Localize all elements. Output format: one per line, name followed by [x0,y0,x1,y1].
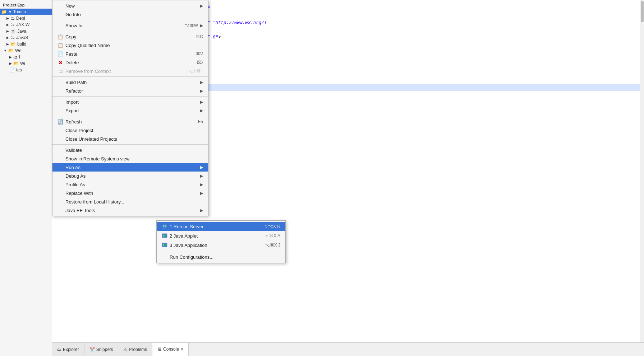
java-app-icon: J [162,242,167,248]
menu-import-label: Import [65,99,79,105]
sidebar-item-depl[interactable]: ▶ 🗂 Depl [0,15,52,22]
console-icon: 🖥 [157,347,162,352]
submenu-run-configs-label: Run Configurations... [170,254,213,260]
menu-item-export[interactable]: Export ▶ [52,106,208,115]
snippets-icon: ✂️ [89,347,95,352]
submenu-arrow-replace: ▶ [200,191,203,196]
project-explorer-sidebar: Project Exp 📁 ▼ Tomca ▶ 🗂 Depl ▶ 🗂 JAX-W… [0,0,52,356]
submenu-arrow-import: ▶ [200,100,203,104]
menu-new-label: New [65,3,75,9]
console-close-icon[interactable]: ✕ [180,347,183,351]
separator-5 [52,116,208,116]
menu-item-copy[interactable]: 📋 Copy ⌘C [52,32,208,41]
expand-arrow: ▶ [9,55,12,59]
menu-item-build-path[interactable]: Build Path ▶ [52,78,208,86]
menu-item-refactor[interactable]: Refactor ▶ [52,86,208,95]
menu-item-show-in[interactable]: Show In ⌥⌘W ▶ [52,21,208,30]
sidebar-item-label: Java [17,29,26,34]
svg-text:J: J [162,244,164,247]
editor-scrollbar[interactable] [640,0,644,342]
expand-arrow: ▶ [6,23,9,27]
tab-console[interactable]: 🖥 Console ✕ [152,343,189,356]
context-menu: New ▶ Go Into Show In ⌥⌘W ▶ 📋 Copy ⌘C � [52,0,208,216]
menu-copy-label: Copy [65,34,76,39]
menu-item-remove-context[interactable]: 🗂 Remove from Context ⌥⇧⌘↓ [52,67,208,75]
submenu-run-server-shortcut: ⇧⌥X R [257,224,280,229]
menu-java-ee-label: Java EE Tools [65,208,95,213]
menu-item-run-as[interactable]: Run As ▶ [52,163,208,172]
separator-3 [52,76,208,77]
menu-show-in-shortcut: ⌥⌘W [178,23,198,28]
menu-item-replace-with[interactable]: Replace With ▶ [52,189,208,197]
sidebar-item-label: l [19,55,20,60]
menu-item-close-project[interactable]: Close Project [52,126,208,135]
menu-item-go-into[interactable]: Go Into [52,10,208,19]
wi-icon: 📂 [13,61,19,66]
menu-item-import[interactable]: Import ▶ [52,98,208,106]
menu-item-show-remote[interactable]: Show in Remote Systems view [52,154,208,163]
submenu-item-run-server[interactable]: 1 Run on Server ⇧⌥X R [157,222,285,231]
menu-item-delete[interactable]: ✖ Delete ⌦ [52,58,208,67]
sidebar-item-l[interactable]: ▶ 🗂 l [0,54,52,60]
tab-problems[interactable]: ⚠ Problems [118,343,152,356]
expand-arrow: ▶ [6,42,9,46]
javas-icon: 🗂 [10,35,15,40]
menu-delete-label: Delete [65,60,79,65]
menu-debug-as-label: Debug As [65,173,86,179]
tab-explorer[interactable]: 🗂 Explorer [52,343,84,356]
menu-refresh-label: Refresh [65,119,82,125]
menu-item-java-ee[interactable]: Java EE Tools ▶ [52,206,208,215]
menu-paste-label: Paste [65,51,77,57]
l-icon: 🗂 [13,55,18,60]
svg-rect-3 [163,228,166,229]
menu-item-close-unrelated[interactable]: Close Unrelated Projects [52,135,208,143]
menu-item-restore-local[interactable]: Restore from Local History... [52,197,208,206]
menu-item-profile-as[interactable]: Profile As ▶ [52,180,208,189]
submenu-arrow-refactor: ▶ [200,89,203,93]
sidebar-item-wi[interactable]: ▶ 📂 Wi [0,60,52,67]
submenu-item-java-applet[interactable]: J 2 Java Applet ⌥⌘X A [157,231,285,240]
copy-qualified-icon: 📋 [58,42,63,48]
tab-snippets[interactable]: ✂️ Snippets [84,343,119,356]
expand-arrow: ▼ [8,10,12,14]
menu-go-into-label: Go Into [65,12,81,17]
svg-text:J: J [162,234,164,237]
sidebar-item-we[interactable]: ▼ 📂 We [0,47,52,54]
menu-item-refresh[interactable]: 🔄 Refresh F5 [52,117,208,126]
expand-arrow: ▶ [6,29,9,33]
sidebar-item-tomcat[interactable]: 📁 ▼ Tomca [0,9,52,15]
sidebar-item-tes[interactable]: 📄 tes [0,67,52,73]
separator-4 [52,96,208,97]
bottom-tab-bar: 🗂 Explorer ✂️ Snippets ⚠ Problems 🖥 Cons… [52,342,644,356]
menu-item-copy-qualified[interactable]: 📋 Copy Qualified Name [52,41,208,50]
sidebar-item-build[interactable]: ▶ 📂 build [0,41,52,47]
submenu-item-java-app[interactable]: J 3 Java Application ⌥⌘X J [157,240,285,250]
tab-explorer-label: Explorer [63,347,79,352]
sidebar-item-javas[interactable]: ▶ 🗂 JavaS [0,34,52,41]
submenu-arrow-show-in: ▶ [200,23,203,28]
sidebar-title: Project Exp [0,1,52,9]
jax-icon: 🗂 [10,22,15,27]
menu-item-debug-as[interactable]: Debug As ▶ [52,172,208,180]
problems-icon: ⚠ [123,347,127,352]
submenu-item-run-configs[interactable]: Run Configurations... [157,252,285,262]
menu-remove-ctx-label: Remove from Context [65,69,111,74]
depl-icon: 🗂 [10,16,15,21]
java-applet-icon: J [162,233,167,239]
menu-close-unrelated-label: Close Unrelated Projects [65,136,117,142]
menu-refresh-shortcut: F5 [191,119,203,124]
separator-6 [52,144,208,145]
submenu-java-applet-shortcut: ⌥⌘X A [257,233,280,238]
menu-item-validate[interactable]: Validate [52,146,208,154]
menu-copy-qualified-label: Copy Qualified Name [65,43,110,48]
scrollbar-thumb [641,1,644,22]
submenu-arrow-build: ▶ [200,80,203,85]
menu-close-project-label: Close Project [65,128,93,133]
menu-item-new[interactable]: New ▶ [52,1,208,10]
menu-paste-shortcut: ⌘V [189,51,203,56]
submenu-java-applet-label: 2 Java Applet [170,233,198,239]
sidebar-item-jax[interactable]: ▶ 🗂 JAX-W [0,22,52,28]
menu-item-paste[interactable]: 📄 Paste ⌘V [52,50,208,58]
tes-icon: 📄 [9,67,15,72]
sidebar-item-java[interactable]: ▶ ☕ Java [0,28,52,34]
